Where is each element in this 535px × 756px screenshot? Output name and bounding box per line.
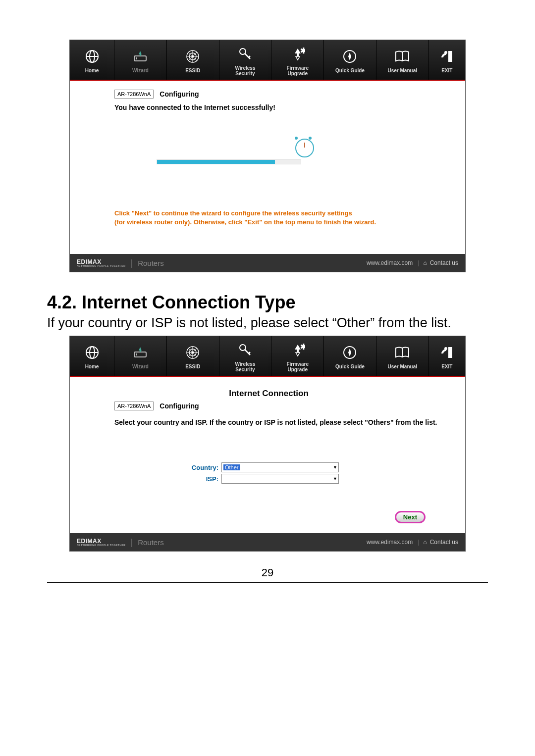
globe-icon (85, 47, 100, 66)
footer-contact[interactable]: Contact us (430, 539, 458, 546)
footer-routers: Routers (138, 538, 164, 547)
isp-label: ISP: (179, 475, 218, 483)
nav-exit[interactable]: EXIT (429, 40, 465, 80)
panel-title: Internet Connection (85, 389, 453, 399)
country-select-value: Other (223, 464, 240, 470)
nav-wireless-label: WirelessSecurity (235, 361, 255, 372)
wizard-icon (132, 343, 149, 362)
key-icon (238, 340, 253, 360)
svg-text:✱: ✱ (300, 47, 305, 55)
home-icon: ⌂ (423, 259, 427, 266)
screenshot-wizard-success: Home Wizard ESSID WirelessSecurity (69, 40, 466, 272)
footer: EDIMAXNETWORKING PEOPLE TOGETHER | Route… (70, 254, 465, 272)
svg-rect-27 (136, 353, 137, 355)
brand-logo: EDIMAXNETWORKING PEOPLE TOGETHER (77, 538, 125, 547)
svg-point-45 (444, 347, 447, 350)
configuring-label: Configuring (160, 402, 199, 410)
nav-home-label: Home (85, 68, 99, 73)
nav-firmware-label: FirmwareUpgrade (286, 361, 308, 372)
compass-icon (342, 47, 357, 66)
svg-point-22 (444, 51, 447, 54)
svg-rect-44 (448, 347, 452, 358)
configuring-label: Configuring (160, 90, 199, 98)
top-nav: Home Wizard ESSID WirelessSecurity (70, 40, 465, 81)
web-icon (185, 47, 200, 66)
nav-exit[interactable]: EXIT (429, 336, 465, 376)
next-hint: Click "Next" to continue the wizard to c… (114, 209, 453, 227)
book-icon (394, 47, 410, 66)
svg-rect-21 (448, 51, 452, 62)
top-nav: Home Wizard ESSID WirelessSecurity (70, 336, 465, 377)
country-label: Country: (179, 464, 218, 471)
footer-contact[interactable]: Contact us (430, 259, 458, 266)
upgrade-icon: ✱ (290, 340, 305, 360)
nav-user-manual[interactable]: User Manual (376, 336, 429, 376)
isp-form: Country: Other ▼ ISP: ▼ (179, 462, 453, 484)
wizard-body: Internet Connection AR-7286WnA Configuri… (70, 377, 465, 533)
nav-quick-guide[interactable]: Quick Guide (324, 336, 376, 376)
nav-quick-label: Quick Guide (335, 68, 365, 73)
svg-marker-42 (348, 349, 351, 356)
isp-select[interactable]: ▼ (221, 474, 339, 484)
nav-wizard[interactable]: Wizard (114, 336, 167, 376)
progress-area (157, 139, 453, 164)
nav-firmware-upgrade[interactable]: ✱ FirmwareUpgrade (271, 40, 324, 80)
upgrade-icon: ✱ (290, 44, 305, 64)
section-heading: 4.2. Internet Connection Type (47, 292, 488, 313)
footer: EDIMAXNETWORKING PEOPLE TOGETHER | Route… (70, 533, 465, 551)
nav-quick-guide[interactable]: Quick Guide (324, 40, 376, 80)
footer-url[interactable]: www.edimax.com (367, 539, 413, 546)
nav-essid[interactable]: ESSID (167, 336, 219, 376)
model-field: AR-7286WnA (114, 402, 154, 410)
nav-firmware-label: FirmwareUpgrade (286, 65, 308, 76)
page-rule (47, 582, 488, 583)
nav-wizard[interactable]: Wizard (114, 40, 167, 80)
svg-marker-19 (348, 52, 351, 60)
svg-marker-28 (139, 347, 142, 351)
nav-wireless-security[interactable]: WirelessSecurity (219, 336, 272, 376)
chevron-down-icon: ▼ (333, 465, 337, 470)
clock-icon (157, 139, 453, 157)
nav-wireless-security[interactable]: WirelessSecurity (219, 40, 272, 80)
nav-home-label: Home (85, 364, 99, 369)
svg-text:✱: ✱ (300, 343, 305, 351)
section-body: If your country or ISP is not listed, pl… (47, 315, 488, 332)
exit-icon (439, 343, 454, 362)
nav-home[interactable]: Home (70, 40, 114, 80)
wizard-body: AR-7286WnA Configuring You have connecte… (70, 81, 465, 254)
home-icon: ⌂ (423, 539, 427, 546)
footer-url[interactable]: www.edimax.com (367, 259, 413, 266)
nav-exit-label: EXIT (441, 68, 452, 73)
compass-icon (342, 343, 357, 362)
footer-routers: Routers (138, 259, 164, 267)
success-message: You have connected to the Internet succe… (114, 103, 453, 111)
svg-line-39 (249, 352, 250, 353)
nav-quick-label: Quick Guide (335, 364, 365, 369)
nav-home[interactable]: Home (70, 336, 114, 376)
nav-wizard-label: Wizard (132, 68, 149, 73)
nav-essid-label: ESSID (185, 68, 200, 73)
brand-logo: EDIMAXNETWORKING PEOPLE TOGETHER (77, 259, 125, 267)
nav-user-manual[interactable]: User Manual (376, 40, 429, 80)
key-icon (238, 44, 253, 64)
screenshot-internet-connection: Home Wizard ESSID WirelessSecurity (69, 336, 466, 552)
model-field: AR-7286WnA (114, 90, 154, 99)
chevron-down-icon: ▼ (333, 476, 337, 481)
nav-essid-label: ESSID (185, 364, 200, 369)
nav-manual-label: User Manual (388, 364, 417, 369)
country-select[interactable]: Other ▼ (221, 462, 339, 472)
footer-sep: | (130, 258, 133, 268)
svg-rect-4 (136, 57, 137, 59)
wizard-icon (132, 47, 149, 66)
next-button[interactable]: Next (395, 511, 426, 523)
nav-essid[interactable]: ESSID (167, 40, 219, 80)
page-number: 29 (47, 566, 488, 579)
nav-manual-label: User Manual (388, 68, 417, 73)
exit-icon (439, 47, 454, 66)
nav-firmware-upgrade[interactable]: ✱ FirmwareUpgrade (271, 336, 324, 376)
book-icon (394, 343, 410, 362)
svg-line-16 (249, 56, 250, 57)
globe-icon (85, 343, 100, 362)
nav-exit-label: EXIT (441, 364, 452, 369)
svg-marker-5 (139, 51, 142, 54)
